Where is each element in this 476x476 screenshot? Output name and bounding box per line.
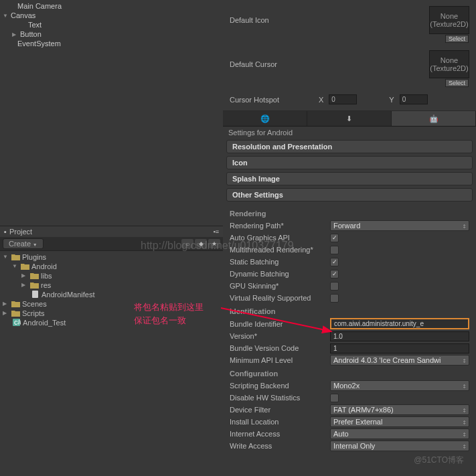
save-icon[interactable]: ★ — [208, 239, 220, 248]
item-label: AndroidManifest — [42, 291, 95, 299]
settings-header: Settings for Android — [223, 127, 476, 139]
static-batch-label: Static Batching — [230, 258, 330, 266]
section-resolution[interactable]: Resolution and Presentation — [226, 140, 473, 153]
default-cursor-label: Default Cursor — [230, 60, 277, 68]
auto-gfx-label: Auto Graphics API — [230, 234, 330, 242]
install-loc-label: Install Location — [230, 418, 330, 426]
inspector-top: Default Icon None(Texture2D) Select Defa… — [223, 0, 476, 111]
expand-icon[interactable]: ▶ — [12, 31, 19, 37]
svg-rect-0 — [32, 291, 38, 298]
vr-checkbox[interactable] — [330, 294, 339, 303]
device-filter-label: Device Filter — [230, 406, 330, 414]
backend-dropdown[interactable]: Mono2x‡ — [330, 380, 469, 391]
rendering-path-dropdown[interactable]: Forward‡ — [330, 220, 469, 231]
watermark-site: @51CTO博客 — [414, 455, 464, 466]
project-toolbar: Create ▼ ⌕ ◆ ★ — [0, 237, 223, 251]
hierarchy-panel: Main Camera ▼Canvas Text ▶Button EventSy… — [0, 0, 223, 226]
bundle-id-input[interactable] — [330, 318, 469, 329]
search-icon[interactable]: ⌕ — [181, 239, 193, 248]
item-label: Main Camera — [17, 2, 62, 10]
identification-header: Identification — [230, 307, 469, 315]
tree-item[interactable]: ▶libs — [0, 271, 223, 281]
tab-label: Project — [9, 228, 32, 236]
csharp-icon: c# — [12, 319, 21, 326]
chevron-down-icon: ‡ — [463, 419, 466, 425]
write-label: Write Access — [230, 442, 330, 450]
gpu-skin-checkbox[interactable] — [330, 282, 339, 291]
static-batch-checkbox[interactable]: ✓ — [330, 258, 339, 266]
hierarchy-item[interactable]: ▼Canvas — [0, 11, 223, 20]
version-input[interactable] — [330, 331, 469, 341]
expand-icon[interactable]: ▼ — [3, 254, 9, 260]
y-label: Y — [389, 96, 394, 104]
tab-web[interactable]: 🌐 — [223, 111, 307, 126]
folder-icon — [11, 253, 20, 260]
section-splash[interactable]: Splash Image — [226, 172, 473, 185]
bvc-label: Bundle Version Code — [230, 344, 330, 352]
disable-hw-label: Disable HW Statistics — [230, 394, 330, 402]
tree-item[interactable]: AndroidManifest — [0, 290, 223, 299]
expand-icon[interactable]: ▶ — [21, 282, 28, 288]
chevron-down-icon: ‡ — [463, 358, 466, 364]
tree-item[interactable]: ▶Scripts — [0, 309, 223, 318]
tree-item[interactable]: ▼Android — [0, 262, 223, 271]
select-button[interactable]: Select — [445, 35, 469, 43]
tree-item[interactable]: ▶Scenes — [0, 299, 223, 309]
multithread-checkbox[interactable] — [330, 246, 339, 254]
section-other[interactable]: Other Settings — [226, 188, 473, 202]
cube-icon: ▪ — [4, 228, 7, 236]
hotspot-x-input[interactable] — [329, 94, 357, 104]
cursor-thumb[interactable]: None(Texture2D) Select — [429, 50, 469, 78]
min-api-dropdown[interactable]: Android 4.0.3 'Ice Cream Sandwi‡ — [330, 355, 469, 366]
hierarchy-item[interactable]: Text — [0, 20, 223, 29]
filter-icon[interactable]: ◆ — [195, 239, 207, 248]
create-button[interactable]: Create ▼ — [3, 238, 44, 249]
install-loc-dropdown[interactable]: Prefer External‡ — [330, 416, 469, 427]
icon-thumb[interactable]: None(Texture2D) Select — [429, 6, 469, 34]
hierarchy-item[interactable]: Main Camera — [0, 1, 223, 11]
select-button[interactable]: Select — [445, 79, 469, 87]
expand-icon[interactable]: ▼ — [12, 263, 19, 269]
download-icon: ⬇ — [346, 114, 352, 123]
cursor-hotspot-label: Cursor Hotspot — [230, 96, 313, 104]
tab-standalone[interactable]: ⬇ — [307, 111, 392, 126]
dynamic-batch-checkbox[interactable]: ✓ — [330, 270, 339, 279]
hierarchy-item[interactable]: ▶Button — [0, 29, 223, 39]
backend-label: Scripting Backend — [230, 382, 330, 390]
chevron-down-icon: ‡ — [463, 443, 466, 449]
chevron-down-icon: ‡ — [463, 383, 466, 389]
hotspot-y-input[interactable] — [400, 94, 428, 104]
rendering-path-label: Rendering Path* — [230, 222, 330, 230]
expand-icon[interactable]: ▶ — [3, 301, 9, 307]
section-icon[interactable]: Icon — [226, 156, 473, 169]
dynamic-batch-label: Dynamic Batching — [230, 270, 330, 278]
configuration-header: Configuration — [230, 370, 469, 378]
auto-gfx-checkbox[interactable]: ✓ — [330, 234, 339, 242]
internet-dropdown[interactable]: Auto‡ — [330, 428, 469, 439]
item-label: EventSystem — [17, 39, 61, 48]
chevron-down-icon: ‡ — [463, 407, 466, 413]
hierarchy-item[interactable]: EventSystem — [0, 39, 223, 48]
item-label: Scenes — [22, 300, 47, 308]
project-tab[interactable]: ▪ Project ▪≡ — [0, 226, 223, 237]
tree-item[interactable]: c#Android_Test — [0, 318, 223, 327]
tree-item[interactable]: ▶res — [0, 281, 223, 290]
device-filter-dropdown[interactable]: FAT (ARMv7+x86)‡ — [330, 404, 469, 415]
expand-icon[interactable]: ▶ — [21, 272, 28, 279]
chevron-down-icon: ‡ — [463, 431, 466, 437]
item-label: Android_Test — [23, 319, 66, 327]
bvc-input[interactable] — [330, 343, 469, 353]
tree-item[interactable]: ▼Plugins — [0, 252, 223, 262]
expand-icon[interactable]: ▼ — [3, 13, 9, 19]
item-label: Android — [31, 262, 57, 270]
internet-label: Internet Access — [230, 430, 330, 438]
gpu-skin-label: GPU Skinning* — [230, 282, 330, 290]
item-label: Scripts — [22, 309, 45, 317]
expand-icon[interactable]: ▶ — [3, 310, 9, 316]
tab-android[interactable]: 🤖 — [392, 111, 476, 126]
tab-menu-icon[interactable]: ▪≡ — [214, 228, 219, 235]
write-dropdown[interactable]: Internal Only‡ — [330, 441, 469, 451]
disable-hw-checkbox[interactable] — [330, 394, 339, 402]
multithread-label: Multithreaded Rendering* — [230, 246, 330, 254]
item-label: Text — [28, 21, 42, 29]
